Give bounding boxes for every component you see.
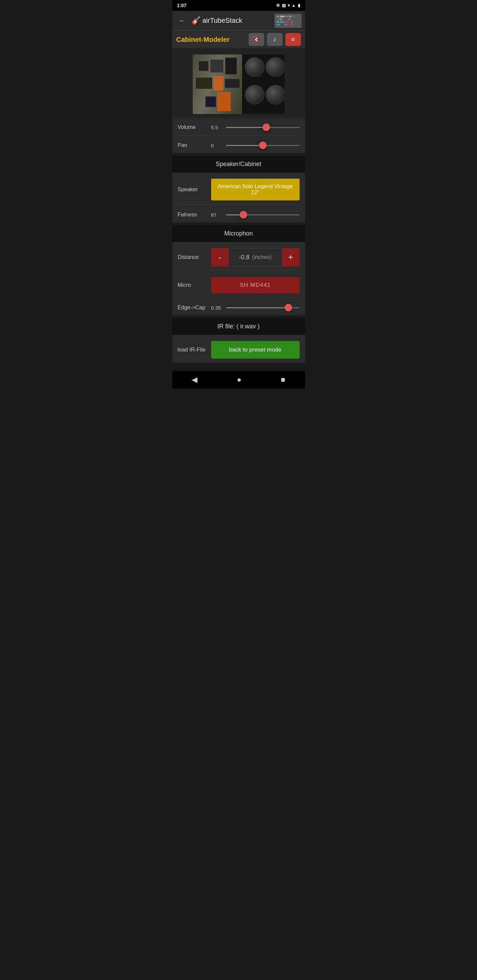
- volume-fill: [226, 127, 266, 128]
- status-bar: 1:07 ⚙ ▤ ▾ ▲ ▮: [172, 0, 305, 11]
- app-bar: ← 🎸 airTubeStack: [172, 11, 305, 30]
- pan-slider[interactable]: [226, 142, 300, 149]
- back-arrow-icon: ←: [179, 16, 186, 25]
- micro-row: Micro SH MD441: [178, 271, 300, 298]
- cabinet-speakers-image: [242, 54, 284, 114]
- fatness-label: Fatness: [178, 212, 208, 218]
- speaker-cabinet-section: Speaker American Solo Legend Vintage 12"…: [172, 172, 305, 223]
- microphon-section: Distance - -0.8 (inches) + Micro SH MD44…: [172, 242, 305, 315]
- list-icon: ≡: [291, 36, 295, 43]
- nav-back-button[interactable]: ◀: [185, 372, 204, 387]
- controls-section: Volume 5.5 Pan 0: [172, 118, 305, 153]
- fatness-thumb[interactable]: [240, 211, 247, 218]
- load-ir-row: load IR-File back to preset mode: [178, 335, 300, 363]
- edge-cap-fill: [226, 307, 289, 308]
- distance-value-display: -0.8 (inches): [229, 248, 282, 266]
- list-button[interactable]: ≡: [285, 33, 301, 46]
- toolbar: Cabinet-Modeler 🔇 ♪ ≡: [172, 30, 305, 48]
- app-logo: 🎸: [191, 16, 201, 25]
- status-icons: ⚙ ▤ ▾ ▲ ▮: [276, 3, 300, 8]
- app-title: airTubeStack: [203, 17, 274, 24]
- distance-unit: (inches): [252, 254, 272, 260]
- volume-label: Volume: [178, 124, 208, 130]
- bottom-nav: ◀ ● ■: [172, 371, 305, 388]
- fatness-slider[interactable]: [226, 211, 300, 218]
- micro-select-button[interactable]: SH MD441: [211, 277, 300, 293]
- mute-button[interactable]: 🔇: [249, 33, 264, 46]
- pan-value: 0: [211, 143, 223, 148]
- distance-number: -0.8: [239, 254, 250, 261]
- back-button[interactable]: ←: [175, 14, 189, 28]
- load-ir-label: load IR-File: [178, 347, 208, 353]
- cabinet-amps-image: [193, 54, 243, 114]
- distance-minus-button[interactable]: -: [211, 248, 229, 266]
- sim-icon: ▤: [282, 3, 286, 8]
- signal-icon: ▲: [292, 3, 296, 8]
- pan-label: Pan: [178, 142, 208, 148]
- edge-cap-slider[interactable]: [226, 304, 300, 311]
- distance-row: Distance - -0.8 (inches) +: [178, 242, 300, 270]
- speaker-row: Speaker American Solo Legend Vintage 12": [178, 172, 300, 205]
- toolbar-title: Cabinet-Modeler: [176, 36, 246, 43]
- volume-thumb[interactable]: [263, 124, 270, 131]
- battery-icon: ▮: [298, 3, 300, 8]
- edge-cap-thumb[interactable]: [285, 304, 292, 311]
- cabinet-image: [193, 54, 285, 114]
- volume-value: 5.5: [211, 124, 223, 130]
- ir-file-section: load IR-File back to preset mode: [172, 335, 305, 363]
- settings-icon: ⚙: [276, 3, 280, 8]
- microphon-header: Microphon: [172, 225, 305, 242]
- fatness-value: 87: [211, 212, 223, 218]
- distance-control: - -0.8 (inches) +: [211, 248, 300, 266]
- distance-plus-button[interactable]: +: [282, 248, 300, 266]
- nav-recents-button[interactable]: ■: [274, 372, 292, 387]
- music-button[interactable]: ♪: [267, 33, 282, 46]
- music-icon: ♪: [273, 36, 276, 43]
- mute-icon: 🔇: [253, 36, 260, 43]
- volume-slider[interactable]: [226, 124, 300, 131]
- grid-icon: [274, 14, 302, 28]
- speaker-label: Speaker: [178, 186, 208, 192]
- nav-home-button[interactable]: ●: [230, 372, 248, 387]
- edge-cap-row: Edge->Cap 0.35: [178, 298, 300, 315]
- speaker-select-button[interactable]: American Solo Legend Vintage 12": [211, 179, 300, 200]
- pan-thumb[interactable]: [259, 142, 266, 149]
- edge-cap-value: 0.35: [211, 305, 223, 311]
- speaker-cabinet-header: Speaker/Cabinet: [172, 156, 305, 172]
- ir-file-header: IR file: ( ir.wav ): [172, 318, 305, 335]
- edge-cap-label: Edge->Cap: [178, 305, 208, 311]
- volume-row: Volume 5.5: [178, 118, 300, 135]
- cabinet-image-container: [172, 48, 305, 118]
- wifi-icon: ▾: [288, 3, 290, 8]
- back-to-preset-button[interactable]: back to preset mode: [211, 341, 300, 359]
- distance-label: Distance: [178, 254, 208, 260]
- status-time: 1:07: [177, 3, 187, 8]
- pan-row: Pan 0: [178, 135, 300, 153]
- micro-label: Micro: [178, 282, 208, 288]
- fatness-row: Fatness 87: [178, 205, 300, 223]
- pan-fill: [226, 145, 263, 146]
